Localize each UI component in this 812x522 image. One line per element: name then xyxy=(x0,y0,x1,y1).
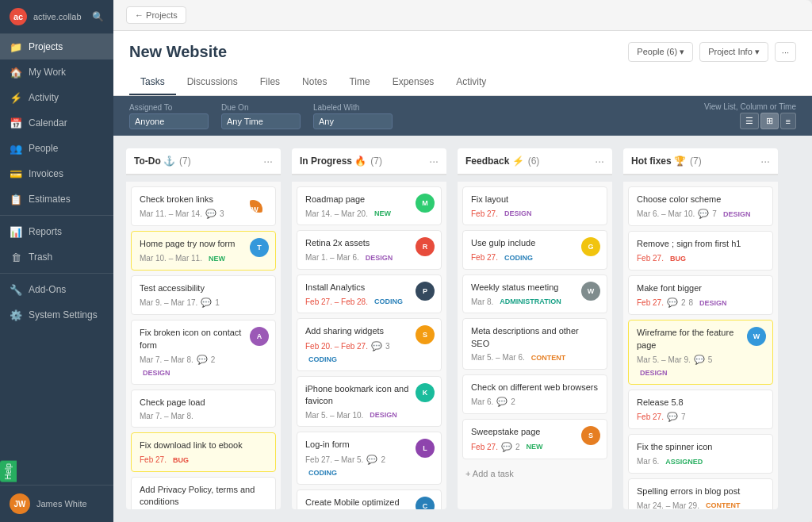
comment-icon: 💬 xyxy=(667,412,678,422)
card-roadmap-page[interactable]: Roadmap page Mar 14. – Mar 20. NEW M xyxy=(297,186,442,225)
sidebar-item-invoices[interactable]: 💳 Invoices xyxy=(0,161,113,186)
card-meta: Feb 27. BUG xyxy=(140,455,267,465)
card-weekly-status[interactable]: Weekly status meeting Mar 8. ADMINISTRAT… xyxy=(462,274,607,313)
card-avatar: G xyxy=(581,237,600,256)
card-meta: Mar 24. – Mar 29. CONTENT xyxy=(637,501,764,509)
card-title: Home page try now form xyxy=(140,238,247,250)
card-meta: Feb 20. – Feb 27. 💬3 CODING xyxy=(305,341,412,364)
sidebar-item-activity[interactable]: ⚡ Activity xyxy=(0,85,113,110)
card-title: Add Privacy Policy, terms and conditions xyxy=(140,484,267,509)
tab-activity[interactable]: Activity xyxy=(445,70,497,95)
card-meta: Mar 6. – Mar 10. 💬7 DESIGN xyxy=(637,209,764,219)
card-fix-broken-icon[interactable]: Fix broken icon on contact form Mar 7. –… xyxy=(131,320,276,385)
card-add-sharing-widgets[interactable]: Add sharing widgets Feb 20. – Feb 27. 💬3… xyxy=(297,318,442,370)
card-iphone-bookmark[interactable]: iPhone bookmark icon and favicon Mar 5. … xyxy=(297,376,442,428)
card-remove-semicolon[interactable]: Remove ; sign from first h1 Feb 27. BUG xyxy=(628,231,773,270)
more-options-button[interactable]: ··· xyxy=(775,42,796,62)
assigned-to-select[interactable]: Anyone xyxy=(129,113,209,129)
column-todo-menu[interactable]: ··· xyxy=(263,155,273,167)
tab-expenses[interactable]: Expenses xyxy=(381,70,446,95)
card-avatar: S xyxy=(581,426,600,445)
sidebar-item-addons[interactable]: 🔧 Add-Ons xyxy=(0,277,113,302)
card-title: Sweepstake page xyxy=(471,426,578,438)
card-tag: DESIGN xyxy=(637,368,671,378)
card-wireframe-feature[interactable]: Wireframe for the feature page Mar 5. – … xyxy=(628,320,773,385)
card-title: Log-in form xyxy=(305,439,412,451)
column-feedback-header: Feedback ⚡ (6) ··· xyxy=(458,148,612,175)
sidebar-item-mywork[interactable]: 🏠 My Work xyxy=(0,59,113,85)
sidebar-item-people[interactable]: 👥 People xyxy=(0,136,113,161)
card-meta: Feb 27. CODING xyxy=(471,253,578,263)
add-task-feedback[interactable]: + Add a task xyxy=(462,464,607,483)
card-fix-spinner[interactable]: Fix the spinner icon Mar 6. ASSIGNED xyxy=(628,434,773,473)
card-retina-assets[interactable]: Retina 2x assets Mar 1. – Mar 6. DESIGN … xyxy=(297,230,442,269)
card-tag: BUG xyxy=(667,254,689,263)
column-inprogress-menu[interactable]: ··· xyxy=(429,155,439,167)
card-check-broken-links[interactable]: Check broken links Mar 11. – Mar 14. 💬3 … xyxy=(131,186,276,226)
sidebar-item-estimates[interactable]: 📋 Estimates xyxy=(0,186,113,212)
tab-time[interactable]: Time xyxy=(338,70,381,95)
card-avatar: P xyxy=(416,282,435,301)
card-check-browsers[interactable]: Check on different web browsers Mar 6. 💬… xyxy=(462,374,607,414)
user-avatar: JW xyxy=(10,493,30,514)
column-view-button[interactable]: ⊞ xyxy=(760,113,779,129)
due-on-select[interactable]: Any Time xyxy=(221,113,301,129)
time-view-button[interactable]: ≡ xyxy=(780,113,796,129)
sidebar-item-systemsettings[interactable]: ⚙️ System Settings xyxy=(0,302,113,328)
card-install-analytics[interactable]: Install Analytics Feb 27. – Feb 28. CODI… xyxy=(297,274,442,313)
tab-discussions[interactable]: Discussions xyxy=(176,70,249,95)
sidebar: ac active.collab 🔍 📁 Projects 🏠 My Work … xyxy=(0,0,113,522)
card-make-font-bigger[interactable]: Make font bigger Feb 27. 💬2 8 DESIGN xyxy=(628,275,773,315)
help-badge[interactable]: Help xyxy=(0,461,17,482)
sidebar-nav: 📁 Projects 🏠 My Work ⚡ Activity 📅 Calend… xyxy=(0,34,113,485)
view-buttons: ☰ ⊞ ≡ xyxy=(740,113,796,129)
card-meta: Feb 27. 💬2 NEW xyxy=(471,442,578,452)
card-fix-layout[interactable]: Fix layout Feb 27. DESIGN xyxy=(462,186,607,225)
user-profile[interactable]: JW James White xyxy=(0,485,113,522)
card-add-privacy-policy[interactable]: Add Privacy Policy, terms and conditions… xyxy=(131,477,276,509)
sidebar-item-label: People xyxy=(29,143,58,154)
card-avatar: R xyxy=(416,237,435,256)
card-tag: ASSIGNED xyxy=(662,457,706,466)
project-title: New Website xyxy=(129,43,227,61)
card-check-page-load[interactable]: Check page load Mar 7. – Mar 8. xyxy=(131,390,276,428)
tab-files[interactable]: Files xyxy=(249,70,291,95)
tab-tasks[interactable]: Tasks xyxy=(129,70,176,95)
card-meta-descriptions[interactable]: Meta descriptions and other SEO Mar 5. –… xyxy=(462,318,607,370)
card-meta: Mar 11. – Mar 14. 💬3 xyxy=(140,209,247,219)
card-fix-download-link[interactable]: Fix download link to ebook Feb 27. BUG xyxy=(131,432,276,471)
labeled-with-select[interactable]: Any xyxy=(313,113,393,129)
tab-notes[interactable]: Notes xyxy=(291,70,338,95)
card-choose-color-scheme[interactable]: Choose color scheme Mar 6. – Mar 10. 💬7 … xyxy=(628,186,773,226)
sidebar-item-trash[interactable]: 🗑 Trash xyxy=(0,244,113,270)
card-title: Check on different web browsers xyxy=(471,382,599,393)
breadcrumb-back-button[interactable]: ← Projects xyxy=(126,6,186,24)
comment-icon: 💬 xyxy=(501,442,512,452)
sidebar-item-calendar[interactable]: 📅 Calendar xyxy=(0,110,113,136)
people-button[interactable]: People (6) ▾ xyxy=(628,42,693,62)
card-home-page[interactable]: Home page try now form Mar 10. – Mar 11.… xyxy=(131,231,276,270)
column-hotfixes: Hot fixes 🏆 (7) ··· Choose color scheme … xyxy=(623,148,778,509)
column-feedback-menu[interactable]: ··· xyxy=(595,155,604,167)
card-sweepstake-page[interactable]: Sweepstake page Feb 27. 💬2 NEW S xyxy=(462,419,607,459)
card-test-accessibility[interactable]: Test accessibility Mar 9. – Mar 17. 💬1 xyxy=(131,275,276,315)
list-view-button[interactable]: ☰ xyxy=(740,113,759,129)
card-mobile-optimized[interactable]: Create Mobile optimized version Feb 28. … xyxy=(297,489,442,509)
card-release-58[interactable]: Release 5.8 Feb 27. 💬7 xyxy=(628,390,773,429)
sidebar-item-projects[interactable]: 📁 Projects xyxy=(0,34,113,59)
calendar-icon: 📅 xyxy=(10,117,22,129)
card-use-gulp[interactable]: Use gulp include Feb 27. CODING G xyxy=(462,230,607,269)
card-spelling-errors[interactable]: Spelling errors in blog post Mar 24. – M… xyxy=(628,478,773,509)
labeled-with-filter: Labeled With Any xyxy=(313,103,393,129)
card-meta: Mar 10. – Mar 11. NEW xyxy=(140,254,247,263)
column-inprogress-cards: Roadmap page Mar 14. – Mar 20. NEW M Ret… xyxy=(292,182,446,509)
projects-icon: 📁 xyxy=(10,40,22,53)
card-meta: Mar 5. – Mar 6. CONTENT xyxy=(471,353,599,363)
card-login-form[interactable]: Log-in form Feb 27. – Mar 5. 💬2 CODING L xyxy=(297,432,442,484)
search-icon[interactable]: 🔍 xyxy=(92,11,104,22)
sidebar-item-reports[interactable]: 📊 Reports xyxy=(0,219,113,244)
column-hotfixes-menu[interactable]: ··· xyxy=(760,155,770,167)
card-title: Fix download link to ebook xyxy=(140,439,267,451)
card-tag: BUG xyxy=(170,455,192,465)
project-info-button[interactable]: Project Info ▾ xyxy=(699,42,768,62)
